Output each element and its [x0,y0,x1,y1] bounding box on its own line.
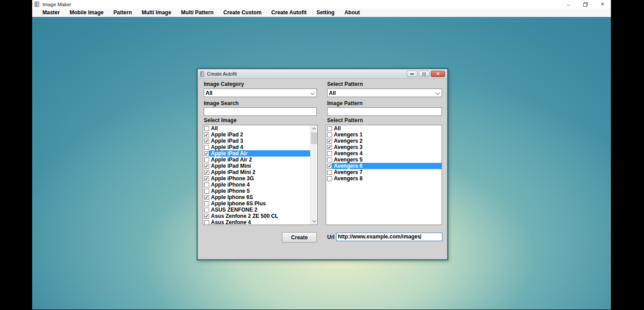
checkbox[interactable] [327,139,332,144]
dialog-body: Image Category All Image Search Select I… [198,79,447,259]
list-item-label: All [332,125,442,132]
image-pattern-input[interactable] [327,107,442,116]
list-item[interactable]: Avengers 6 [326,163,442,169]
checkbox[interactable] [204,170,209,175]
scroll-up-icon[interactable] [311,125,318,132]
app-icon [34,1,40,7]
minimize-icon: – [567,2,570,7]
menu-item[interactable]: Pattern [108,9,136,16]
minimize-button[interactable]: – [560,0,577,8]
checkbox[interactable] [327,132,332,137]
list-item-label: Avengers 1 [332,132,442,138]
checkbox[interactable] [327,157,332,162]
list-item-label: Avengers 3 [332,144,442,150]
list-item[interactable]: Apple iPad 3 [203,138,310,144]
checkbox[interactable] [204,189,209,194]
menu-item[interactable]: Mobile Image [64,9,108,16]
list-item[interactable]: Avengers 2 [326,138,442,144]
list-item[interactable]: Asus Zenfone 4 [203,219,310,225]
menu-item[interactable]: Create Custom [218,9,265,16]
list-item-label: Avengers 2 [332,138,442,144]
checkbox[interactable] [204,139,209,144]
list-item[interactable]: Apple Iphone 6S Plus [203,200,310,207]
checkbox[interactable] [204,132,209,137]
checkbox[interactable] [204,201,209,206]
list-item[interactable]: All [326,125,442,132]
dialog-maximize-button[interactable] [419,71,429,77]
menu-item-label: Create Autofit [269,9,307,16]
menu-item[interactable]: Multi Image [136,9,175,16]
checkbox[interactable] [204,151,209,156]
menu-item[interactable]: Multi Pattern [175,9,218,16]
list-item[interactable]: Apple iPhone 4 [203,182,310,188]
checkbox[interactable] [204,145,209,150]
list-item[interactable]: Avengers 4 [326,150,442,157]
url-label: Url [327,234,335,240]
list-item[interactable]: Avengers 8 [326,175,442,182]
checkbox[interactable] [204,183,209,187]
list-item[interactable]: Avengers 1 [326,132,442,138]
checkbox[interactable] [204,164,209,169]
menu-item[interactable]: Master [37,9,64,16]
list-item[interactable]: Apple iPad Air [203,150,310,157]
vertical-scrollbar[interactable] [310,125,317,225]
checkbox[interactable] [327,164,332,169]
checkbox[interactable] [327,126,332,131]
checkbox[interactable] [327,170,332,175]
list-item[interactable]: Apple Iphone 6S [203,194,310,200]
dialog-titlebar[interactable]: Create Autofit ✕ [198,69,447,79]
list-item[interactable]: Asus Zenfone 2 ZE 500 CL [203,213,310,219]
menu-item[interactable]: Create Autofit [265,9,311,16]
select-pattern-listbox[interactable]: All Avengers 1 Avengers 2 [326,125,442,225]
image-search-input[interactable] [204,107,317,116]
menu-item-label: Pattern [112,9,132,16]
list-item[interactable]: Apple iPad Mini 2 [203,169,310,175]
dialog-close-button[interactable]: ✕ [431,71,445,77]
list-item[interactable]: Avengers 3 [326,144,442,150]
url-input[interactable]: http://www.example.com/images [336,233,442,241]
list-item[interactable]: Apple iPhone 5 [203,188,310,194]
checkbox[interactable] [204,176,209,181]
list-item-label: Apple iPhone 4 [209,182,310,188]
menu-item[interactable]: Setting [311,9,339,16]
list-item[interactable]: Apple iPhone 3G [203,175,310,182]
restore-button[interactable] [577,0,594,8]
list-item[interactable]: Apple iPad Air 2 [203,157,310,163]
list-item[interactable]: Avengers 5 [326,157,442,163]
checkbox[interactable] [327,145,332,150]
checkbox[interactable] [204,214,209,219]
scroll-down-icon[interactable] [311,218,318,225]
list-item[interactable]: Apple iPad 2 [203,132,310,138]
menu-item-label: Create Custom [222,9,261,16]
list-item-label: Asus Zenfone 2 ZE 500 CL [209,213,310,219]
menu-item-label: Mobile Image [68,9,104,16]
app-titlebar: Image Maker – ✕ [32,0,611,8]
create-button[interactable]: Create [282,232,317,242]
image-category-select[interactable]: All [204,89,317,97]
checkbox[interactable] [204,195,209,200]
scrollbar-thumb[interactable] [311,132,317,144]
list-item[interactable]: Avengers 7 [326,169,442,175]
select-pattern-select[interactable]: All [327,89,442,97]
list-item-label: Asus Zenfone 4 [209,219,310,225]
list-item-label: Apple iPad 2 [209,132,310,138]
dialog-window-controls: ✕ [407,71,445,77]
close-button[interactable]: ✕ [594,0,611,8]
checkbox[interactable] [204,208,209,212]
app-title: Image Maker [42,2,71,7]
dialog-minimize-button[interactable] [407,71,417,77]
list-item-label: Apple iPhone 5 [209,188,310,194]
list-item[interactable]: Apple iPad 4 [203,144,310,150]
checkbox[interactable] [204,157,209,162]
list-item[interactable]: All [203,125,310,132]
list-item[interactable]: Apple iPad Mini [203,163,310,169]
image-search-label: Image Search [204,100,239,106]
select-image-listbox[interactable]: All Apple iPad 2 Apple iPad 3 [203,125,318,225]
checkbox[interactable] [204,220,209,225]
menu-item[interactable]: About [339,9,364,16]
checkbox[interactable] [327,176,332,181]
list-item[interactable]: ASUS ZENFONE 2 [203,207,310,213]
list-item-label: Apple iPad 3 [209,138,310,144]
checkbox[interactable] [204,126,209,131]
checkbox[interactable] [327,151,332,156]
